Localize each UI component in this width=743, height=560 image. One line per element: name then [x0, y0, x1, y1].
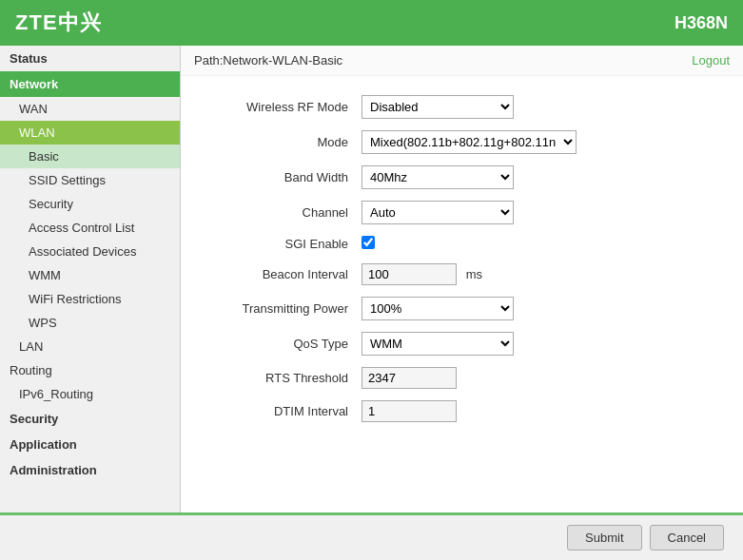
transmitting-power-row: Transmitting Power 100% 75% 50% 25% — [209, 297, 714, 320]
logout-link[interactable]: Logout — [692, 53, 730, 68]
sidebar-item-basic[interactable]: Basic — [0, 145, 180, 168]
dtim-interval-input[interactable] — [362, 400, 457, 422]
beacon-interval-unit: ms — [466, 267, 482, 281]
sidebar-item-lan[interactable]: LAN — [0, 335, 180, 358]
sidebar-item-security[interactable]: Security — [0, 192, 180, 216]
channel-select[interactable]: Auto 123 456 — [362, 201, 514, 224]
wireless-rf-mode-row: Wireless RF Mode Disabled Enabled — [209, 95, 714, 119]
beacon-interval-row: Beacon Interval ms — [209, 263, 714, 285]
channel-label: Channel — [209, 205, 362, 220]
cancel-button[interactable]: Cancel — [650, 525, 724, 550]
sidebar-item-network[interactable]: Network — [0, 71, 180, 97]
beacon-interval-input[interactable] — [362, 263, 457, 285]
footer-bar: Submit Cancel — [0, 512, 743, 560]
qos-type-control: WMM None — [362, 332, 514, 356]
sgi-enable-label: SGI Enable — [209, 237, 362, 251]
sidebar-item-ssid-settings[interactable]: SSID Settings — [0, 168, 180, 192]
band-width-select[interactable]: 40Mhz 20Mhz — [362, 165, 514, 189]
sgi-enable-checkbox[interactable] — [362, 236, 375, 249]
sidebar: Status Network WAN WLAN Basic SSID Setti… — [0, 46, 181, 512]
qos-type-row: QoS Type WMM None — [209, 332, 714, 356]
sidebar-item-wan[interactable]: WAN — [0, 97, 180, 121]
wireless-rf-mode-label: Wireless RF Mode — [209, 100, 362, 114]
transmitting-power-select[interactable]: 100% 75% 50% 25% — [362, 297, 514, 320]
main-layout: Status Network WAN WLAN Basic SSID Setti… — [0, 46, 743, 512]
beacon-interval-label: Beacon Interval — [209, 267, 362, 281]
rts-threshold-row: RTS Threshold — [209, 367, 714, 389]
sidebar-item-ipv6-routing[interactable]: IPv6_Routing — [0, 382, 180, 406]
qos-type-select[interactable]: WMM None — [362, 332, 514, 356]
breadcrumb: Path:Network-WLAN-Basic — [194, 53, 342, 68]
mode-control: Mixed(802.11b+802.11g+802.11n — [362, 130, 577, 154]
sidebar-item-wmm[interactable]: WMM — [0, 263, 180, 287]
wireless-rf-mode-control: Disabled Enabled — [362, 95, 514, 119]
form-area: Wireless RF Mode Disabled Enabled Mode M… — [181, 76, 743, 453]
sidebar-item-security-main[interactable]: Security — [0, 406, 180, 432]
dtim-interval-control — [362, 400, 457, 422]
content-area: Path:Network-WLAN-Basic Logout Wireless … — [181, 46, 743, 512]
model-name: H368N — [675, 13, 728, 33]
transmitting-power-control: 100% 75% 50% 25% — [362, 297, 514, 320]
rts-threshold-label: RTS Threshold — [209, 371, 362, 385]
sidebar-item-wifi-restrictions[interactable]: WiFi Restrictions — [0, 287, 180, 311]
beacon-interval-control: ms — [362, 263, 482, 285]
rts-threshold-input[interactable] — [362, 367, 457, 389]
dtim-interval-row: DTIM Interval — [209, 400, 714, 422]
sidebar-item-acl[interactable]: Access Control List — [0, 216, 180, 240]
sidebar-item-administration[interactable]: Administration — [0, 457, 180, 483]
mode-select[interactable]: Mixed(802.11b+802.11g+802.11n — [362, 130, 577, 154]
logo: ZTE中兴 — [15, 9, 102, 37]
breadcrumb-bar: Path:Network-WLAN-Basic Logout — [181, 46, 743, 76]
mode-label: Mode — [209, 135, 362, 149]
sidebar-item-wps[interactable]: WPS — [0, 311, 180, 335]
channel-control: Auto 123 456 — [362, 201, 514, 224]
dtim-interval-label: DTIM Interval — [209, 404, 362, 418]
header: ZTE中兴 H368N — [0, 0, 743, 46]
footer-buttons: Submit Cancel — [567, 525, 724, 550]
band-width-row: Band Width 40Mhz 20Mhz — [209, 165, 714, 189]
wireless-rf-mode-select[interactable]: Disabled Enabled — [362, 95, 514, 119]
sidebar-item-associated-devices[interactable]: Associated Devices — [0, 240, 180, 263]
sidebar-item-routing[interactable]: Routing — [0, 358, 180, 382]
qos-type-label: QoS Type — [209, 337, 362, 351]
transmitting-power-label: Transmitting Power — [209, 301, 362, 316]
mode-row: Mode Mixed(802.11b+802.11g+802.11n — [209, 130, 714, 154]
sidebar-item-application[interactable]: Application — [0, 432, 180, 457]
rts-threshold-control — [362, 367, 457, 389]
sgi-enable-row: SGI Enable — [209, 236, 714, 252]
channel-row: Channel Auto 123 456 — [209, 201, 714, 224]
band-width-label: Band Width — [209, 170, 362, 184]
band-width-control: 40Mhz 20Mhz — [362, 165, 514, 189]
sidebar-item-status[interactable]: Status — [0, 46, 180, 71]
submit-button[interactable]: Submit — [567, 525, 641, 550]
sgi-enable-control — [362, 236, 375, 252]
sidebar-item-wlan[interactable]: WLAN — [0, 121, 180, 145]
